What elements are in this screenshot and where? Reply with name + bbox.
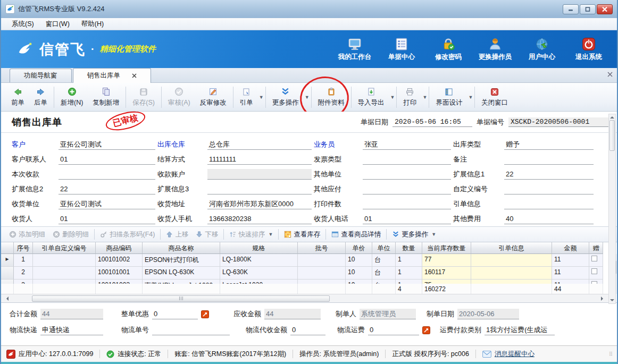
gift-checkbox[interactable] (591, 256, 597, 261)
menu-help[interactable]: 帮助(H) (76, 19, 109, 30)
cell[interactable]: 100101003 (96, 280, 143, 284)
view-stock-button[interactable]: 查看库存 (280, 228, 324, 241)
field-value[interactable]: 13663820238 (207, 214, 312, 224)
cell[interactable] (589, 267, 603, 280)
cell[interactable]: 3 (14, 280, 33, 284)
cell[interactable]: 惠普(HP) LaserJet 1020 (143, 280, 220, 284)
edit-discount-icon[interactable] (201, 310, 209, 318)
cell[interactable]: 11 (552, 254, 589, 267)
column-header[interactable]: 单价 (346, 242, 372, 254)
banner-action-change-password[interactable]: 修改密码 (429, 37, 468, 62)
field-value[interactable]: 亚拓公司测试 (59, 139, 155, 150)
pane-close-icon[interactable] (607, 72, 613, 77)
more-operations-button[interactable]: 更多操作▼ (268, 85, 310, 109)
table-row[interactable]: 2100101001EPSON LQ-630KLQ-630K10台1160117… (1, 267, 617, 280)
cell[interactable]: 10 (346, 280, 372, 284)
menu-system[interactable]: 系统(S) (6, 19, 39, 30)
unaudit-button[interactable]: 反审修改 (195, 85, 231, 109)
print-button[interactable]: 打印▼ (398, 85, 427, 109)
field-value[interactable]: 01 (363, 214, 451, 224)
column-header[interactable]: 序号 (14, 242, 33, 254)
column-header[interactable]: 金额 (552, 242, 589, 254)
cell[interactable]: LaserJet 1020 (220, 280, 298, 284)
cell[interactable]: LQ-1800K (220, 254, 298, 267)
menu-window[interactable]: 窗口(W) (40, 19, 75, 30)
dropdown-arrow-icon[interactable]: ▼ (431, 232, 436, 237)
column-header[interactable]: 当前库存数量 (422, 242, 471, 254)
field-value[interactable]: 11111111 (207, 154, 312, 165)
next-doc-button[interactable]: 后单 (29, 85, 52, 109)
field-value[interactable] (504, 199, 594, 209)
cell[interactable] (33, 280, 96, 284)
banner-action-document-center[interactable]: 单据中心 (382, 37, 421, 62)
cell[interactable]: 100101001 (96, 267, 143, 280)
cell[interactable]: 1 (396, 254, 422, 267)
cell[interactable]: 台 (372, 280, 396, 284)
field-value[interactable] (363, 169, 451, 180)
cell[interactable]: 100101002 (96, 254, 143, 267)
gift-checkbox[interactable] (591, 268, 597, 274)
doc-date-field[interactable]: 2020-05-06 16:05 (392, 117, 472, 127)
close-button[interactable] (597, 4, 613, 14)
cell[interactable]: 2 (14, 267, 33, 280)
copy-new-button[interactable]: 复制新增 (88, 85, 124, 109)
grid-hscroll-thumb[interactable] (32, 295, 330, 302)
cell[interactable]: EPSON LQ-630K (143, 267, 220, 280)
prev-doc-button[interactable]: 前单 (6, 85, 29, 109)
cell[interactable]: 1 (14, 254, 33, 267)
cell[interactable]: 1 (396, 280, 422, 284)
field-value[interactable] (363, 199, 451, 209)
field-value[interactable] (504, 154, 594, 165)
cell[interactable]: 10 (346, 254, 372, 267)
field-value[interactable] (504, 184, 594, 194)
field-value[interactable]: 赠予 (504, 139, 594, 150)
edit-freight-icon[interactable] (422, 326, 430, 334)
cell[interactable] (471, 280, 552, 284)
status-message-center[interactable]: 消息提醒中心 (476, 350, 541, 359)
main-vertical-scrollbar[interactable] (608, 114, 616, 304)
main-vscroll-thumb[interactable] (609, 120, 615, 151)
banner-action-exit[interactable]: 退出系统 (569, 37, 608, 62)
grid-more-operations-button[interactable]: 更多操作▼ (388, 228, 440, 241)
cell[interactable] (298, 254, 346, 267)
import-export-button[interactable]: 导入导出▼ (353, 85, 395, 109)
dropdown-arrow-icon[interactable]: ▼ (422, 95, 427, 100)
field-value[interactable]: 河南省郑州市郑东新区0000 (207, 199, 312, 209)
cell[interactable]: 11 (552, 267, 589, 280)
column-header[interactable]: 单位 (372, 242, 396, 254)
field-value[interactable]: 亚拓公司测试 (59, 199, 155, 209)
column-header[interactable]: 批号 (298, 242, 346, 254)
banner-action-switch-operator[interactable]: 更换操作员 (475, 37, 515, 62)
cell[interactable] (298, 280, 346, 284)
cell[interactable] (471, 267, 552, 280)
table-row[interactable]: ▸1100101002EPSON针式打印机LQ-1800K10台17711 (1, 254, 617, 267)
tab-close-icon[interactable] (132, 73, 137, 78)
field-value[interactable] (207, 184, 312, 194)
ui-design-button[interactable]: 界面设计▼ (431, 85, 473, 109)
field-value[interactable]: 总仓库 (207, 139, 312, 150)
attachment-button[interactable]: 附件资料 (313, 85, 349, 109)
cell[interactable] (589, 280, 603, 284)
field-value[interactable]: 01 (59, 154, 155, 165)
cell[interactable] (589, 254, 603, 267)
view-product-detail-button[interactable]: 查看商品详情 (328, 228, 385, 241)
field-value[interactable] (363, 154, 451, 165)
cell[interactable] (298, 267, 346, 280)
pull-order-button[interactable]: 引单▼ (235, 85, 264, 109)
banner-action-user-center[interactable]: 用户中心 (522, 37, 562, 62)
cell[interactable] (33, 267, 96, 280)
minimize-button[interactable] (563, 4, 579, 14)
restore-button[interactable] (580, 4, 596, 14)
column-header[interactable]: 引单信息 (471, 242, 552, 254)
close-window-button[interactable]: 关闭窗口 (477, 85, 513, 109)
cell[interactable]: 台 (372, 267, 396, 280)
field-value[interactable]: 22 (59, 184, 155, 194)
column-header[interactable]: 商品编码 (96, 242, 143, 254)
column-header[interactable]: 引单自定义编号 (33, 242, 96, 254)
cell[interactable]: EPSON针式打印机 (143, 254, 220, 267)
field-value[interactable] (59, 169, 155, 180)
cell[interactable]: 10 (346, 267, 372, 280)
cell[interactable]: LQ-630K (220, 267, 298, 280)
dropdown-arrow-icon[interactable]: ▼ (259, 95, 264, 100)
cell[interactable]: 11 (552, 280, 589, 284)
